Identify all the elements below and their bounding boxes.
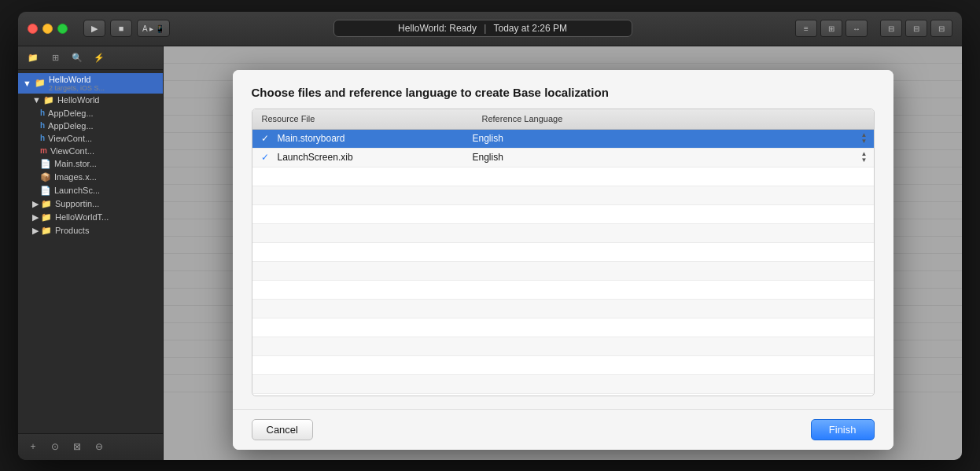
title-center: HelloWorld: Ready | Today at 2:26 PM: [176, 20, 789, 37]
navigator-toggle[interactable]: ⊟: [880, 20, 902, 37]
item-label: Products: [55, 226, 89, 235]
storyboard-icon: 📄: [40, 159, 51, 169]
col-language-header: Reference Language: [473, 114, 874, 123]
folder-icon: ▼: [23, 79, 31, 88]
col-resource-header: Resource File: [252, 114, 473, 123]
localization-dialog: Choose files and reference language to c…: [233, 70, 893, 450]
sidebar-item-helloworldtests[interactable]: ▶ 📁 HelloWorldT...: [18, 211, 163, 224]
filter-bottom-button[interactable]: ⊖: [90, 439, 108, 454]
empty-row: [252, 356, 874, 375]
item-label: Main.stor...: [54, 159, 97, 168]
row-language-launch: English ▲ ▼: [473, 151, 874, 164]
empty-row: [252, 243, 874, 262]
sidebar-item-helloworld-root[interactable]: ▼ 📁 HelloWorld 2 targets, iOS S...: [18, 73, 163, 94]
row-checkbox-launch[interactable]: ✓: [252, 152, 278, 163]
sidebar: 📁 ⊞ 🔍 ⚡ ▼ 📁 HelloWorld 2 targets, iOS S.…: [18, 46, 164, 460]
h-file-icon: h: [40, 109, 45, 117]
folder-expand-icon: ▼: [32, 95, 41, 105]
minimize-button[interactable]: [42, 24, 53, 34]
table-row-main-storyboard[interactable]: ✓ Main.storyboard English ▲ ▼: [252, 130, 874, 149]
dialog-header: Choose files and reference language to c…: [233, 70, 893, 109]
add-file-button[interactable]: +: [24, 439, 42, 454]
scheme-selector[interactable]: A ▸ 📱: [137, 20, 170, 37]
cancel-button[interactable]: Cancel: [252, 419, 313, 440]
sidebar-hierarchy-icon[interactable]: ⊞: [46, 50, 64, 64]
sidebar-item-images[interactable]: 📦 Images.x...: [18, 171, 163, 184]
empty-row: [252, 318, 874, 337]
row-checkbox-main[interactable]: ✓: [252, 133, 278, 144]
sidebar-toolbar: 📁 ⊞ 🔍 ⚡: [18, 46, 163, 70]
close-button[interactable]: [28, 24, 38, 34]
sidebar-filter-icon[interactable]: ⚡: [90, 50, 108, 64]
xcode-window: ▶ ■ A ▸ 📱 HelloWorld: Ready | Today at 2…: [18, 12, 962, 460]
sidebar-bottom: + ⊙ ⊠ ⊖: [18, 433, 163, 460]
empty-row: [252, 375, 874, 394]
item-label: LaunchSc...: [54, 186, 100, 195]
item-label: AppDeleg...: [48, 109, 93, 118]
sidebar-item-products[interactable]: ▶ 📁 Products: [18, 224, 163, 237]
xib-icon: 📄: [40, 186, 51, 196]
project-title: HelloWorld: Ready: [398, 23, 477, 34]
folder-expand-icon: ▶: [32, 212, 39, 223]
empty-row: [252, 186, 874, 205]
main-content: 📁 ⊞ 🔍 ⚡ ▼ 📁 HelloWorld 2 targets, iOS S.…: [18, 46, 962, 460]
item-label: HelloWorldT...: [55, 212, 109, 222]
dialog-footer: Cancel Finish: [233, 409, 893, 450]
dialog-overlay: Choose files and reference language to c…: [164, 46, 962, 460]
empty-row: [252, 167, 874, 186]
title-separator: |: [484, 23, 486, 34]
editor-toggle-standard[interactable]: ≡: [795, 20, 817, 37]
sidebar-item-helloworld[interactable]: ▼ 📁 HelloWorld: [18, 94, 163, 107]
utilities-toggle[interactable]: ⊟: [930, 20, 952, 37]
folder-icon: 📁: [41, 226, 52, 236]
empty-row: [252, 262, 874, 281]
sidebar-item-appdelegate-m[interactable]: h AppDeleg...: [18, 120, 163, 132]
finish-button[interactable]: Finish: [811, 419, 875, 440]
title-time: Today at 2:26 PM: [494, 23, 567, 34]
warning-button[interactable]: ⊠: [68, 439, 86, 454]
stop-button[interactable]: ■: [110, 20, 132, 37]
sidebar-folder-icon[interactable]: 📁: [24, 50, 42, 64]
item-label: ViewCont...: [48, 134, 92, 143]
row-filename-launch: LaunchScreen.xib: [278, 152, 473, 163]
sidebar-item-launchscreen[interactable]: 📄 LaunchSc...: [18, 184, 163, 197]
folder-icon: 📁: [41, 199, 52, 209]
sidebar-item-main-storyboard[interactable]: 📄 Main.stor...: [18, 157, 163, 171]
item-label: HelloWorld: [57, 95, 100, 105]
run-button[interactable]: ▶: [83, 20, 105, 37]
sidebar-item-viewcontroller-h[interactable]: h ViewCont...: [18, 132, 163, 145]
scheme-icon: A ▸: [142, 24, 153, 33]
title-bar: ▶ ■ A ▸ 📱 HelloWorld: Ready | Today at 2…: [18, 12, 962, 46]
h-file-icon: h: [40, 121, 45, 130]
empty-rows: [252, 167, 874, 396]
sidebar-search-icon[interactable]: 🔍: [68, 50, 86, 64]
item-label: Supportin...: [55, 199, 99, 208]
sidebar-item-viewcontroller-m[interactable]: m ViewCont...: [18, 145, 163, 157]
empty-row: [252, 205, 874, 224]
item-label: ViewCont...: [50, 146, 94, 156]
editor-toggle-version[interactable]: ↔: [846, 20, 868, 37]
language-stepper-launch[interactable]: ▲ ▼: [861, 151, 868, 164]
h-file-icon: h: [40, 134, 45, 142]
title-display: HelloWorld: Ready | Today at 2:26 PM: [333, 20, 632, 37]
sidebar-item-appdelegate-h[interactable]: h AppDeleg...: [18, 107, 163, 120]
table-row-launchscreen[interactable]: ✓ LaunchScreen.xib English ▲ ▼: [252, 149, 874, 167]
dialog-body: Resource File Reference Language ✓ Main.…: [233, 109, 893, 409]
empty-row: [252, 224, 874, 243]
empty-row: [252, 337, 874, 356]
traffic-lights: [28, 24, 68, 34]
language-stepper-main[interactable]: ▲ ▼: [861, 132, 868, 145]
debug-toggle[interactable]: ⊟: [905, 20, 927, 37]
row-language-main: English ▲ ▼: [473, 132, 874, 145]
sidebar-root-label: HelloWorld 2 targets, iOS S...: [49, 75, 105, 92]
sidebar-items: ▼ 📁 HelloWorld 2 targets, iOS S... ▼ 📁 H…: [18, 70, 163, 433]
file-table: Resource File Reference Language ✓ Main.…: [252, 109, 875, 396]
maximize-button[interactable]: [57, 24, 68, 34]
item-label: Images.x...: [54, 172, 97, 182]
history-button[interactable]: ⊙: [46, 439, 64, 454]
sidebar-item-supporting[interactable]: ▶ 📁 Supportin...: [18, 197, 163, 211]
editor-toggle-assistant[interactable]: ⊞: [820, 20, 842, 37]
folder-expand-icon: ▶: [32, 199, 39, 209]
empty-row: [252, 281, 874, 300]
dialog-title: Choose files and reference language to c…: [252, 86, 875, 99]
